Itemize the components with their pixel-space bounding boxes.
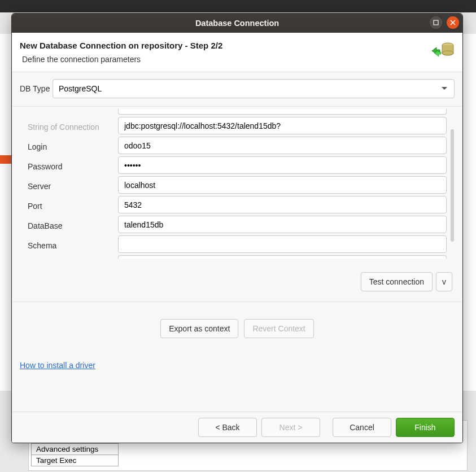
string-of-connection-label: String of Connection xyxy=(28,117,118,137)
schema-label: Schema xyxy=(28,235,118,255)
port-label: Port xyxy=(28,196,118,216)
scrollbar-thumb[interactable] xyxy=(451,129,454,242)
close-icon xyxy=(450,20,456,25)
export-as-context-button[interactable]: Export as context xyxy=(160,319,238,338)
dbtype-select[interactable]: PostgreSQL xyxy=(53,79,455,98)
wizard-title: New Database Connection on repository - … xyxy=(20,41,222,50)
wizard-header: New Database Connection on repository - … xyxy=(12,33,462,72)
test-connection-button[interactable]: Test connection xyxy=(361,272,433,291)
database-wizard-icon xyxy=(431,41,455,60)
chevron-down-icon xyxy=(442,87,447,90)
partial-field-top xyxy=(118,109,447,115)
login-label: Login xyxy=(28,137,118,156)
cancel-button[interactable]: Cancel xyxy=(333,418,391,437)
password-label: Password xyxy=(28,156,118,176)
password-input[interactable] xyxy=(118,156,447,174)
dbtype-value: PostgreSQL xyxy=(59,84,102,93)
string-of-connection-input[interactable] xyxy=(118,117,447,134)
database-label: DataBase xyxy=(28,216,118,235)
titlebar: Database Connection xyxy=(12,14,462,33)
maximize-icon xyxy=(433,20,439,25)
wizard-subtitle: Define the connection parameters xyxy=(20,55,222,64)
svg-rect-0 xyxy=(434,20,438,25)
close-button[interactable] xyxy=(447,16,459,29)
dbtype-label: DB Type xyxy=(20,84,53,93)
dialog-database-connection: Database Connection New Database Connect… xyxy=(11,13,463,443)
wizard-footer: < Back Next > Cancel Finish xyxy=(12,412,462,443)
login-input[interactable] xyxy=(118,137,447,154)
schema-input[interactable] xyxy=(118,235,447,253)
test-connection-dropdown-button[interactable]: v xyxy=(436,272,452,291)
form-scrollbar[interactable] xyxy=(450,107,455,259)
database-input[interactable] xyxy=(118,216,447,233)
server-input[interactable] xyxy=(118,176,447,194)
finish-button[interactable]: Finish xyxy=(396,418,455,437)
back-button[interactable]: < Back xyxy=(198,418,257,437)
install-driver-link[interactable]: How to install a driver xyxy=(20,361,95,370)
revert-context-button[interactable]: Revert Context xyxy=(244,319,313,338)
maximize-button[interactable] xyxy=(430,16,442,29)
background-accent xyxy=(0,155,12,164)
background-tab-advanced: Advanced settings xyxy=(31,443,119,455)
server-label: Server xyxy=(28,176,118,196)
port-input[interactable] xyxy=(118,196,447,213)
dbtype-row: DB Type PostgreSQL xyxy=(20,79,455,98)
window-title: Database Connection xyxy=(195,19,279,28)
background-tab-target: Target Exec xyxy=(31,454,119,466)
background-tabs: Advanced settings Target Exec xyxy=(31,444,119,466)
background-top-bar xyxy=(0,0,476,12)
next-button[interactable]: Next > xyxy=(261,418,320,437)
